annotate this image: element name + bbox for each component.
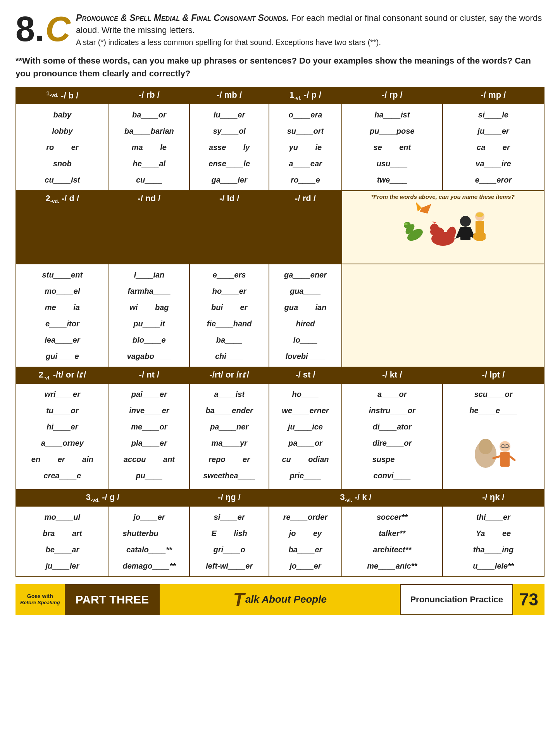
svg-marker-17 [420, 204, 431, 214]
image-cell-bottom [342, 264, 544, 367]
footer-goes-with: Goes with Before Speaking [16, 584, 65, 615]
main-exercise-table: 1-vd. -/ b / -/ rb / -/ mb / 1-vl. -/ p … [16, 87, 544, 577]
header-ng: -/ ŋg / [190, 490, 269, 506]
header-nt: -/ nt / [109, 367, 190, 383]
header-mp: -/ mp / [443, 87, 544, 103]
instruction-title: Pronounce & Spell Medial & Final Consona… [76, 13, 289, 23]
col-rb-words: ba____or ba____barian ma____le he____al … [109, 104, 190, 191]
header-rp: -/ rp / [342, 87, 443, 103]
part-three-label: PART THREE [76, 593, 149, 606]
col-ld-words: e____ers ho____er bui____er fie____hand … [190, 264, 269, 367]
header-rb: -/ rb / [109, 87, 190, 103]
header-lpt: -/ lpt / [443, 367, 544, 383]
section-number: 8. [16, 12, 45, 47]
image-caption: *From the words above, can you name thes… [345, 193, 541, 200]
col-rp-words: ha____ist pu____pose se____ent usu____ t… [342, 104, 443, 191]
before-speaking-text: Before Speaking [20, 600, 60, 606]
sculptor-illustration [468, 435, 519, 481]
col-p-words: o____era su____ort yu____ie a____ear ro_… [269, 104, 341, 191]
header-b: 1-vd. -/ b / [16, 87, 109, 103]
col-kt-words: a____or instru____or di____ator dire____… [342, 383, 443, 490]
pronunciation-practice-label: Pronunciation Practice [410, 595, 503, 605]
header-k: 3-vl. -/ k / [269, 490, 443, 506]
col-rd-words: ga____ener gua____ gua____ian hired lo__… [269, 264, 341, 367]
header-p: 1-vl. -/ p / [269, 87, 341, 103]
col-k2-words: soccer** talker** architect** me____anic… [342, 506, 443, 577]
svg-rect-22 [500, 452, 510, 467]
col-g1-words: mo____ul bra____art be____ar ju____ler [16, 506, 109, 577]
svg-point-9 [460, 216, 471, 227]
talk-about-people-text: alk About People [245, 593, 327, 605]
svg-point-6 [430, 224, 439, 232]
header-t: 2-vl. -/t/ or /ɾ/ [16, 367, 109, 383]
svg-point-3 [404, 223, 408, 225]
col-k1-words: re____order jo____ey ba____er jo____er [269, 506, 341, 577]
col-st-words: ho____ we____erner ju____ice pa____or cu… [269, 383, 341, 490]
col-g2-words: jo____er shutterbu____ catalo____** dema… [109, 506, 190, 577]
header-rt: -/rt/ or /rɾ/ [190, 367, 269, 383]
header-g: 3-vd. -/ g / [16, 490, 190, 506]
col-nk-words: thi____er Ya____ee tha____ing u____lele*… [443, 506, 544, 577]
prompt-text: **With some of these words, can you make… [16, 54, 544, 80]
col-mb-words: lu____er sy____ol asse____ly ense____le … [190, 104, 269, 191]
header-instructions: Pronounce & Spell Medial & Final Consona… [76, 12, 544, 48]
header-nk: -/ ŋk / [443, 490, 544, 506]
instruction-body2: A star (*) indicates a less common spell… [76, 38, 381, 47]
col-nd-words: I____ian farmha____ wi____bag pu____it b… [109, 264, 190, 367]
svg-point-2 [404, 222, 411, 229]
svg-marker-7 [432, 221, 436, 224]
page-number: 73 [519, 590, 538, 609]
header-rd: -/ rd / [269, 191, 341, 264]
row1-words: baby lobby ro____er snob cu____ist ba___… [16, 104, 544, 191]
header-image-area: *From the words above, can you name thes… [342, 191, 544, 264]
page-footer: Goes with Before Speaking PART THREE T a… [16, 584, 544, 615]
col-rt-words: a____ist ba____ender pa____ner ma____yr … [190, 383, 269, 490]
svg-point-16 [476, 212, 484, 217]
footer-part-three: PART THREE [65, 584, 160, 615]
row4-words: mo____ul bra____art be____ar ju____ler j… [16, 506, 544, 577]
col-nt-words: pai____er inve____er me____or pla____er … [109, 383, 190, 490]
section-letter: C [45, 12, 71, 47]
goes-with-text: Goes with [27, 593, 53, 600]
svg-rect-10 [460, 227, 470, 240]
section-header-row-1: 1-vd. -/ b / -/ rb / -/ mb / 1-vl. -/ p … [16, 87, 544, 103]
col-b-words: baby lobby ro____er snob cu____ist [16, 104, 109, 191]
footer-talk-about-people: T alk About People [160, 584, 400, 615]
section-header-row-2: 2-vd. -/ d / -/ nd / -/ ld / -/ rd / *Fr… [16, 191, 544, 264]
header-nd: -/ nd / [109, 191, 190, 264]
col-d-words: stu____ent mo____el me____ia e____itor l… [16, 264, 109, 367]
footer-page-number: 73 [513, 584, 544, 615]
col-ng-words: si____er E____lish gri____o left-wi____e… [190, 506, 269, 577]
svg-marker-11 [455, 227, 460, 239]
decorative-illustration [400, 200, 486, 260]
svg-point-20 [479, 439, 493, 454]
col-t-words: wri____er tu____or hi____er a____orney e… [16, 383, 109, 490]
col-mp-words: si____le ju____er ca____er va____ire e__… [443, 104, 544, 191]
header-d: 2-vd. -/ d / [16, 191, 109, 264]
section-header-row-4: 3-vd. -/ g / -/ ŋg / 3-vl. -/ k / -/ ŋk … [16, 490, 544, 506]
page-header: 8. C Pronounce & Spell Medial & Final Co… [16, 12, 544, 48]
header-ld: -/ ld / [190, 191, 269, 264]
section-header-row-3: 2-vl. -/t/ or /ɾ/ -/ nt / -/rt/ or /rɾ/ … [16, 367, 544, 383]
talk-t-letter: T [233, 589, 245, 610]
svg-line-24 [510, 456, 515, 460]
footer-pronunciation-practice: Pronunciation Practice [400, 584, 513, 615]
header-kt: -/ kt / [342, 367, 443, 383]
header-st: -/ st / [269, 367, 341, 383]
col-lpt-words: scu____or he____e____ [443, 383, 544, 490]
row3-words: wri____er tu____or hi____er a____orney e… [16, 383, 544, 490]
header-mb: -/ mb / [190, 87, 269, 103]
svg-point-15 [473, 232, 486, 241]
row2-words: stu____ent mo____el me____ia e____itor l… [16, 264, 544, 367]
